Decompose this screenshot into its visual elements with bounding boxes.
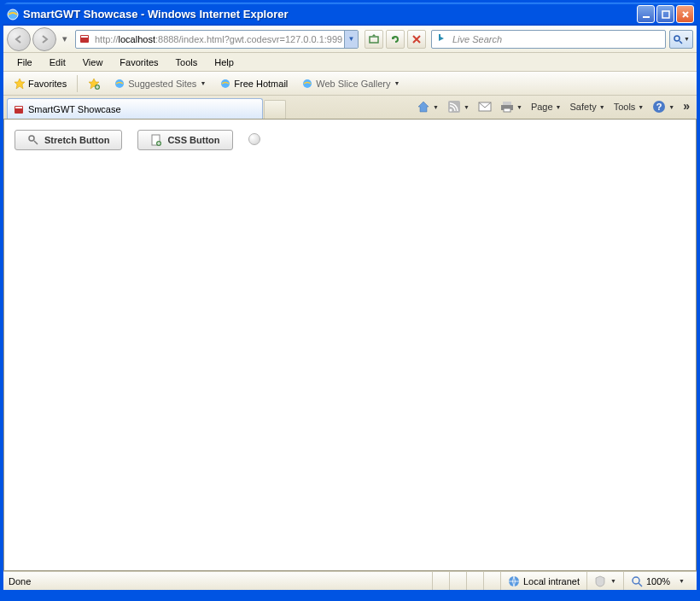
favorites-button[interactable]: Favorites <box>9 76 72 91</box>
chevron-down-icon: ▼ <box>599 104 605 110</box>
printer-icon <box>500 100 514 114</box>
status-pane-4 <box>483 572 500 590</box>
image-button[interactable] <box>248 133 260 145</box>
free-hotmail-link[interactable]: Free Hotmail <box>214 76 293 91</box>
menu-help[interactable]: Help <box>206 55 242 69</box>
menu-tools[interactable]: Tools <box>167 55 207 69</box>
tab-label: SmartGWT Showcase <box>28 104 121 114</box>
zoom-control[interactable]: 100% ▼ <box>623 572 691 590</box>
menu-view[interactable]: View <box>74 55 112 69</box>
web-slice-gallery-link[interactable]: Web Slice Gallery ▼ <box>296 76 405 91</box>
add-favorite-button[interactable] <box>83 76 105 91</box>
find-icon <box>27 134 39 146</box>
chevron-down-icon: ▼ <box>679 578 685 584</box>
suggested-sites-label: Suggested Sites <box>128 79 196 89</box>
forward-button[interactable] <box>32 27 56 51</box>
star-add-icon <box>88 78 100 90</box>
svg-point-14 <box>450 109 452 112</box>
svg-text:?: ? <box>656 102 662 112</box>
print-button[interactable]: ▼ <box>497 98 526 115</box>
security-zone[interactable]: Local intranet <box>500 572 586 590</box>
stop-button[interactable] <box>407 30 426 49</box>
compat-view-button[interactable] <box>365 30 383 49</box>
minimize-button[interactable] <box>637 5 655 23</box>
mail-icon <box>478 102 492 112</box>
status-pane-3 <box>466 572 483 590</box>
search-dropdown-icon: ▼ <box>684 36 690 42</box>
address-dropdown[interactable]: ▼ <box>344 31 358 48</box>
home-button[interactable]: ▼ <box>413 98 442 115</box>
favorites-label: Favorites <box>28 79 67 89</box>
new-tab-button[interactable] <box>264 100 286 119</box>
css-button[interactable]: CSS Button <box>137 130 232 150</box>
protected-mode[interactable]: ▼ <box>586 572 623 590</box>
chevron-down-icon: ▼ <box>556 104 562 110</box>
page-content: Stretch Button CSS Button <box>3 120 697 571</box>
read-mail-button[interactable] <box>475 100 495 114</box>
stretch-button[interactable]: Stretch Button <box>15 130 122 150</box>
url-rest: :8888/index.html?gwt.codesvr=127.0.0.1:9… <box>155 34 342 44</box>
favorites-bar: Favorites Suggested Sites ▼ Free Hotmail… <box>3 72 697 96</box>
svg-rect-16 <box>503 102 511 105</box>
refresh-button[interactable] <box>386 30 405 49</box>
feeds-button[interactable]: ▼ <box>444 98 473 115</box>
ie-logo-icon <box>6 8 20 21</box>
site-icon <box>79 32 92 46</box>
maximize-button[interactable] <box>656 5 674 23</box>
safety-label: Safety <box>570 102 597 112</box>
status-text: Done <box>9 576 432 586</box>
suggested-sites-link[interactable]: Suggested Sites ▼ <box>108 76 211 91</box>
chevron-down-icon: ▼ <box>200 80 206 86</box>
page-add-icon <box>150 134 162 146</box>
intranet-icon <box>508 575 520 587</box>
chevron-down-icon: ▼ <box>610 578 616 584</box>
shield-icon <box>594 575 606 587</box>
svg-point-25 <box>633 577 639 584</box>
chevron-down-icon: ▼ <box>433 104 439 110</box>
chevron-down-icon: ▼ <box>516 104 522 110</box>
ie-icon <box>114 78 125 90</box>
window-controls <box>637 5 694 23</box>
tools-menu[interactable]: Tools ▼ <box>610 100 648 114</box>
page-menu[interactable]: Page ▼ <box>528 100 565 114</box>
nav-history-dropdown[interactable]: ▾ <box>58 27 72 51</box>
close-button[interactable] <box>676 5 694 23</box>
tab-icon <box>13 103 25 115</box>
web-slice-label: Web Slice Gallery <box>316 79 390 89</box>
command-bar: ▼ ▼ ▼ Page ▼ Safety <box>413 97 693 116</box>
overflow-button[interactable]: » <box>680 97 693 116</box>
ie-icon <box>301 78 313 90</box>
zoom-icon <box>631 575 643 587</box>
chevron-down-icon: ▼ <box>394 80 400 86</box>
free-hotmail-label: Free Hotmail <box>234 79 288 89</box>
help-icon: ? <box>652 100 666 114</box>
star-icon <box>14 78 26 90</box>
help-button[interactable]: ? ▼ <box>649 98 678 115</box>
svg-rect-18 <box>504 108 510 112</box>
menu-edit[interactable]: Edit <box>41 55 74 69</box>
browser-chrome: ▾ http://localhost:8888/index.html?gwt.c… <box>3 26 697 590</box>
safety-menu[interactable]: Safety ▼ <box>567 100 609 114</box>
address-bar[interactable]: http://localhost:8888/index.html?gwt.cod… <box>75 30 359 49</box>
back-button[interactable] <box>7 27 31 51</box>
tools-label: Tools <box>614 102 636 112</box>
svg-rect-5 <box>370 37 378 43</box>
search-box[interactable]: Live Search <box>431 30 666 49</box>
search-button[interactable]: ▼ <box>669 30 693 49</box>
nav-toolbar: ▾ http://localhost:8888/index.html?gwt.c… <box>3 26 697 53</box>
separator <box>77 75 78 92</box>
address-text[interactable]: http://localhost:8888/index.html?gwt.cod… <box>95 34 344 44</box>
menu-favorites[interactable]: Favorites <box>111 55 166 69</box>
page-label: Page <box>531 102 553 112</box>
stretch-button-label: Stretch Button <box>44 135 109 145</box>
browser-window: SmartGWT Showcase - Windows Internet Exp… <box>0 0 700 601</box>
css-button-label: CSS Button <box>167 135 219 145</box>
tab-active[interactable]: SmartGWT Showcase <box>7 98 263 119</box>
search-placeholder: Live Search <box>452 34 665 44</box>
svg-point-21 <box>29 136 34 141</box>
menu-file[interactable]: File <box>9 55 41 69</box>
chevron-down-icon: ▼ <box>668 104 674 110</box>
url-scheme: http:// <box>95 34 119 44</box>
status-panes: Local intranet ▼ 100% ▼ <box>432 572 691 590</box>
status-bar: Done Local intranet ▼ 100% ▼ <box>3 571 697 590</box>
